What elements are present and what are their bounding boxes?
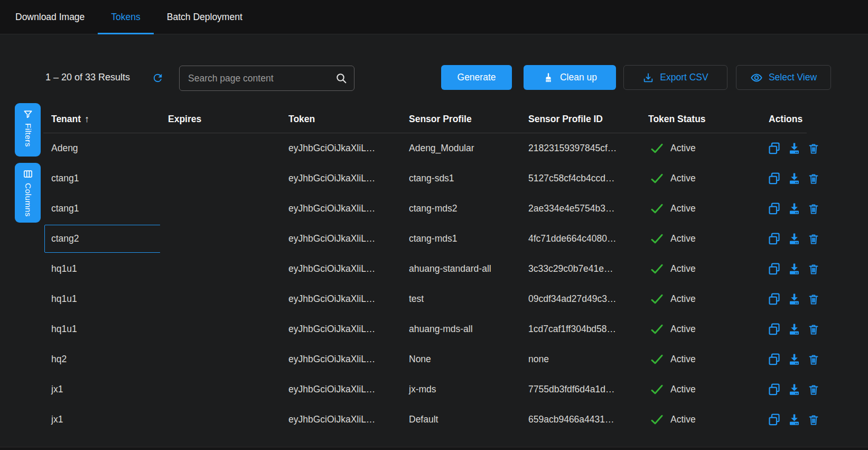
delete-token-button[interactable]: [807, 292, 820, 307]
token-status-cell: Active: [640, 171, 761, 186]
clean-up-button[interactable]: Clean up: [524, 65, 616, 90]
download-token-button[interactable]: [787, 201, 801, 216]
delete-token-button[interactable]: [807, 352, 820, 367]
delete-token-button[interactable]: [807, 382, 820, 397]
tenant-value[interactable]: Adeng: [44, 134, 160, 162]
delete-token-button[interactable]: [807, 171, 820, 186]
token-cell: eyJhbGciOiJkaXliL…: [281, 324, 401, 335]
column-header-token-status[interactable]: Token Status: [640, 114, 761, 125]
copy-token-button[interactable]: [767, 292, 781, 307]
download-token-button[interactable]: [787, 352, 801, 367]
broom-icon: [543, 72, 554, 84]
tenant-value[interactable]: hq1u1: [44, 315, 160, 343]
export-csv-button[interactable]: Export CSV: [623, 65, 727, 90]
column-header-token[interactable]: Token: [281, 114, 401, 125]
copy-icon: [767, 141, 781, 155]
tab-download-image[interactable]: Download Image: [2, 0, 98, 34]
bottom-divider: [0, 447, 868, 450]
copy-token-button[interactable]: [767, 262, 781, 277]
select-view-button-label: Select View: [769, 72, 817, 83]
download-tray-icon: [787, 412, 801, 427]
download-token-button[interactable]: [787, 322, 801, 337]
actions-cell: [761, 141, 807, 156]
eye-icon: [750, 71, 763, 84]
delete-token-button[interactable]: [807, 201, 820, 216]
download-token-button[interactable]: [787, 292, 801, 307]
delete-token-button[interactable]: [807, 412, 820, 427]
copy-token-button[interactable]: [767, 171, 781, 186]
sensor-profile-cell: ctang-mds2: [401, 203, 520, 214]
tenant-value[interactable]: hq2: [44, 345, 160, 373]
search-input[interactable]: [188, 73, 335, 84]
copy-token-button[interactable]: [767, 322, 781, 337]
copy-token-button[interactable]: [767, 412, 781, 427]
download-token-button[interactable]: [787, 141, 801, 156]
download-token-button[interactable]: [787, 171, 801, 186]
download-token-button[interactable]: [787, 232, 801, 246]
tenant-value[interactable]: ctang2: [44, 225, 160, 253]
export-csv-button-label: Export CSV: [660, 72, 708, 83]
copy-token-button[interactable]: [767, 232, 781, 246]
status-check-icon: [650, 201, 664, 216]
tenant-value[interactable]: ctang1: [44, 164, 160, 192]
token-status-cell: Active: [640, 382, 761, 397]
results-count: 1 – 20 of 33 Results: [45, 65, 130, 90]
delete-token-button[interactable]: [807, 262, 820, 277]
status-check-icon: [650, 141, 664, 155]
actions-cell: [761, 412, 807, 427]
tenant-value[interactable]: ctang1: [44, 195, 160, 223]
delete-token-button[interactable]: [807, 232, 820, 246]
sensor-profile-id-cell: 3c33c29c0b7e41e…: [520, 263, 640, 274]
tenant-value[interactable]: jx1: [44, 375, 160, 403]
tenant-value[interactable]: hq1u1: [44, 285, 160, 313]
actions-cell: [761, 352, 807, 367]
tab-batch-deployment[interactable]: Batch Deployment: [154, 0, 256, 34]
toolbar: 1 – 20 of 33 Results Generate: [0, 65, 868, 90]
status-check-icon: [650, 412, 664, 427]
search-box: [179, 66, 354, 91]
search-icon[interactable]: [335, 72, 348, 85]
columns-panel-button[interactable]: Columns: [15, 163, 41, 223]
download-token-button[interactable]: [787, 412, 801, 427]
delete-token-button[interactable]: [807, 322, 820, 337]
token-cell: eyJhbGciOiJkaXliL…: [281, 233, 401, 244]
copy-token-button[interactable]: [767, 352, 781, 367]
tab-tokens[interactable]: Tokens: [98, 0, 153, 34]
token-cell: eyJhbGciOiJkaXliL…: [281, 293, 401, 305]
download-token-button[interactable]: [787, 262, 801, 277]
column-header-expires[interactable]: Expires: [160, 114, 281, 125]
sensor-profile-id-cell: 2ae334e4e5754b3…: [520, 203, 640, 214]
table-row: hq1u1 eyJhbGciOiJkaXliL… ahuang-standard…: [43, 254, 807, 284]
generate-button[interactable]: Generate: [441, 65, 512, 90]
status-text: Active: [670, 414, 696, 425]
sensor-profile-id-cell: none: [520, 354, 640, 365]
token-cell: eyJhbGciOiJkaXliL…: [281, 263, 401, 274]
delete-token-button[interactable]: [807, 141, 820, 156]
trash-icon: [807, 383, 820, 396]
status-text: Active: [670, 143, 696, 154]
download-tray-icon: [787, 141, 801, 155]
copy-icon: [767, 382, 781, 397]
filters-panel-button[interactable]: Filters: [15, 103, 41, 157]
copy-token-button[interactable]: [767, 382, 781, 397]
table-row: hq1u1 eyJhbGciOiJkaXliL… test 09cdf34ad2…: [43, 284, 807, 314]
copy-icon: [767, 352, 781, 366]
tenant-value[interactable]: hq1u1: [44, 255, 160, 283]
column-header-sensor-profile[interactable]: Sensor Profile: [401, 114, 520, 125]
copy-token-button[interactable]: [767, 141, 781, 156]
column-header-sensor-profile-id[interactable]: Sensor Profile ID: [520, 114, 640, 125]
sensor-profile-cell: ctang-sds1: [401, 173, 520, 184]
download-token-button[interactable]: [787, 382, 801, 397]
sensor-profile-id-cell: 1cd7caf1ff304bd58…: [520, 324, 640, 335]
tenant-value[interactable]: jx1: [44, 406, 160, 434]
top-tab-bar: Download Image Tokens Batch Deployment: [0, 0, 868, 34]
token-status-cell: Active: [640, 232, 761, 246]
copy-token-button[interactable]: [767, 201, 781, 216]
select-view-button[interactable]: Select View: [736, 65, 831, 90]
tenant-cell: hq1u1: [43, 315, 160, 343]
column-header-tenant[interactable]: Tenant ↑: [43, 114, 160, 125]
copy-icon: [767, 171, 781, 186]
refresh-button[interactable]: [148, 68, 167, 87]
token-cell: eyJhbGciOiJkaXliL…: [281, 354, 401, 365]
trash-icon: [807, 353, 820, 366]
